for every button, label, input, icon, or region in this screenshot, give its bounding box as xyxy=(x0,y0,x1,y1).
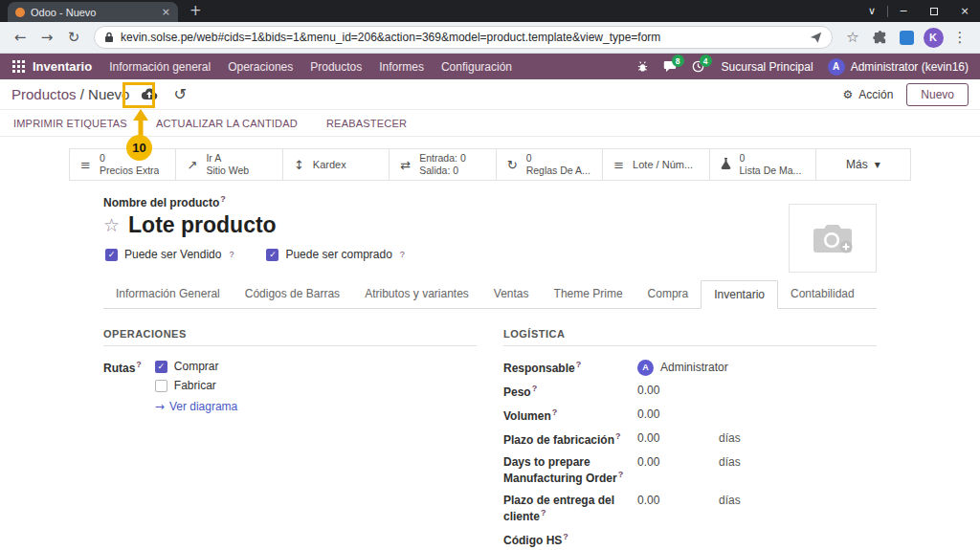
field-value[interactable]: 0.00 xyxy=(637,431,719,446)
stat-extra-prices[interactable]: ≡ 0Precios Extra xyxy=(69,148,176,181)
field-value[interactable]: 0.00 xyxy=(637,455,719,470)
help-mark[interactable]: ? xyxy=(229,250,234,259)
label-text: Plazo de fabricación xyxy=(503,433,614,447)
reload-icon[interactable]: ↻ xyxy=(61,25,86,50)
field-value[interactable]: 0.00 xyxy=(637,494,719,508)
field-unit: días xyxy=(719,494,877,508)
customer-lead-time-field: Plazo de entrega del cliente? 0.00 días xyxy=(503,494,877,524)
maximize-icon[interactable] xyxy=(919,0,949,22)
product-image-upload[interactable] xyxy=(789,204,877,273)
notebook-tabs: Información General Códigos de Barras At… xyxy=(103,280,877,309)
discard-undo-icon[interactable]: ↺ xyxy=(173,87,186,102)
replenish-button[interactable]: REABASTECER xyxy=(326,118,407,129)
help-mark[interactable]: ? xyxy=(576,360,582,369)
checkbox-checked-icon[interactable]: ✓ xyxy=(266,249,278,261)
breadcrumb-parent-link[interactable]: Productos xyxy=(11,86,77,102)
tab-informacion-general[interactable]: Información General xyxy=(103,280,233,308)
tab-theme-prime[interactable]: Theme Prime xyxy=(542,280,635,308)
stat-go-to-website[interactable]: ↗ Ir ASitio Web xyxy=(175,148,282,181)
stat-kardex[interactable]: ↕ Kardex xyxy=(282,148,390,181)
help-mark[interactable]: ? xyxy=(541,508,546,517)
operations-title: OPERACIONES xyxy=(103,328,477,346)
tab-close-icon[interactable]: × xyxy=(162,7,170,17)
bug-icon[interactable] xyxy=(630,54,656,79)
responsible-name: Administrator xyxy=(660,361,728,375)
minimize-icon[interactable]: ─ xyxy=(888,0,919,22)
apps-grid-icon[interactable] xyxy=(6,60,31,73)
view-diagram-link[interactable]: → Ver diagrama xyxy=(155,400,237,413)
url-text[interactable]: kevin.solse.pe/web#cids=1&bids=1&menu_id… xyxy=(121,31,803,44)
breadcrumb: Productos / Nuevo xyxy=(11,86,129,102)
help-mark[interactable]: ? xyxy=(532,384,538,393)
browser-profile-avatar[interactable]: K xyxy=(921,25,946,50)
help-mark[interactable]: ? xyxy=(618,470,624,479)
help-mark[interactable]: ? xyxy=(552,407,558,417)
tab-atributos-variantes[interactable]: Atributos y variantes xyxy=(352,280,481,308)
stat-in-out[interactable]: ⇄ Entrada: 0Salida: 0 xyxy=(389,148,496,181)
logistics-title: LOGÍSTICA xyxy=(503,328,877,346)
extensions-puzzle-icon[interactable] xyxy=(867,25,892,50)
odoo-favicon xyxy=(15,8,25,17)
tab-codigos-de-barras[interactable]: Códigos de Barras xyxy=(233,280,352,308)
menu-informes[interactable]: Informes xyxy=(370,60,433,74)
stat-reordering-rules[interactable]: ↻ 0Reglas De A... xyxy=(496,148,603,181)
activities-clock-icon[interactable]: 4 xyxy=(685,54,711,79)
tab-contabilidad[interactable]: Contabilidad xyxy=(778,280,867,308)
help-mark[interactable]: ? xyxy=(615,431,621,441)
help-mark[interactable]: ? xyxy=(220,194,226,204)
bookmark-star-icon[interactable]: ☆ xyxy=(840,25,865,50)
responsible-field: Responsable? A Administrator xyxy=(503,360,877,376)
window-close-icon[interactable]: × xyxy=(949,0,980,22)
action-menu-button[interactable]: ⚙ Acción xyxy=(843,88,894,101)
print-labels-button[interactable]: IMPRIMIR ETIQUETAS xyxy=(13,118,127,129)
link-label: Ver diagrama xyxy=(169,400,237,413)
menu-configuracion[interactable]: Configuración xyxy=(433,60,521,74)
stat-bill-of-materials[interactable]: 0Lista De Ma... xyxy=(709,148,816,181)
favorite-star-icon[interactable]: ☆ xyxy=(103,216,120,234)
browser-tab[interactable]: Odoo - Nuevo × xyxy=(8,2,178,22)
tab-compra[interactable]: Compra xyxy=(635,280,702,308)
share-icon[interactable] xyxy=(810,32,822,44)
can-be-sold-checkbox[interactable]: ✓ Puede ser Vendido? xyxy=(105,248,234,261)
field-value[interactable]: 0.00 xyxy=(637,407,719,422)
stat-more-dropdown[interactable]: Más ▾ xyxy=(815,148,911,181)
messages-icon[interactable]: 8 xyxy=(657,54,683,79)
stat-in: Entrada: 0 xyxy=(419,152,465,165)
product-name-input[interactable]: Lote producto xyxy=(128,212,277,238)
annotation-arrow-icon xyxy=(129,109,152,138)
new-button[interactable]: Nuevo xyxy=(906,83,969,106)
checkbox-label: Fabricar xyxy=(174,379,216,392)
annotation-step-badge: 10 xyxy=(126,135,152,161)
menu-productos[interactable]: Productos xyxy=(301,60,370,74)
tab-inventario[interactable]: Inventario xyxy=(701,280,778,309)
help-mark[interactable]: ? xyxy=(400,250,405,259)
checkbox-checked-icon[interactable]: ✓ xyxy=(105,249,118,261)
menu-operaciones[interactable]: Operaciones xyxy=(219,60,301,74)
stat-lots-serials[interactable]: ≡ Lote / Núm... xyxy=(602,148,709,181)
can-be-purchased-checkbox[interactable]: ✓ Puede ser comprado? xyxy=(266,248,404,261)
field-value[interactable]: 0.00 xyxy=(637,384,719,398)
app-name[interactable]: Inventario xyxy=(31,59,100,74)
help-mark[interactable]: ? xyxy=(136,360,142,369)
pinned-extension-icon[interactable] xyxy=(894,25,919,50)
forward-icon[interactable]: → xyxy=(34,25,59,50)
new-tab-button[interactable]: + xyxy=(189,4,202,18)
window-menu-icon[interactable]: ∨ xyxy=(857,0,887,22)
address-bar[interactable]: kevin.solse.pe/web#cids=1&bids=1&menu_id… xyxy=(94,26,833,49)
help-mark[interactable]: ? xyxy=(563,532,568,541)
stat-value: 0 xyxy=(526,152,590,165)
caret-down-icon: ▾ xyxy=(875,158,880,171)
route-buy-checkbox[interactable]: ✓ Comprar xyxy=(155,360,237,373)
checkbox-unchecked-icon[interactable] xyxy=(155,380,167,392)
tab-ventas[interactable]: Ventas xyxy=(481,280,542,308)
menu-informacion-general[interactable]: Información general xyxy=(100,60,219,74)
browser-menu-kebab-icon[interactable]: ⋮ xyxy=(947,25,972,50)
checkbox-checked-icon[interactable]: ✓ xyxy=(155,361,167,373)
back-icon[interactable]: ← xyxy=(8,25,33,50)
update-quantity-button[interactable]: ACTUALIZAR LA CANTIDAD xyxy=(156,118,298,129)
field-label: Código HS? xyxy=(503,532,637,548)
user-menu[interactable]: A Administrator (kevin16) xyxy=(824,58,972,76)
responsible-value[interactable]: A Administrator xyxy=(637,360,877,376)
route-manufacture-checkbox[interactable]: Fabricar xyxy=(155,379,237,392)
company-switcher[interactable]: Sucursal Principal xyxy=(713,60,822,74)
